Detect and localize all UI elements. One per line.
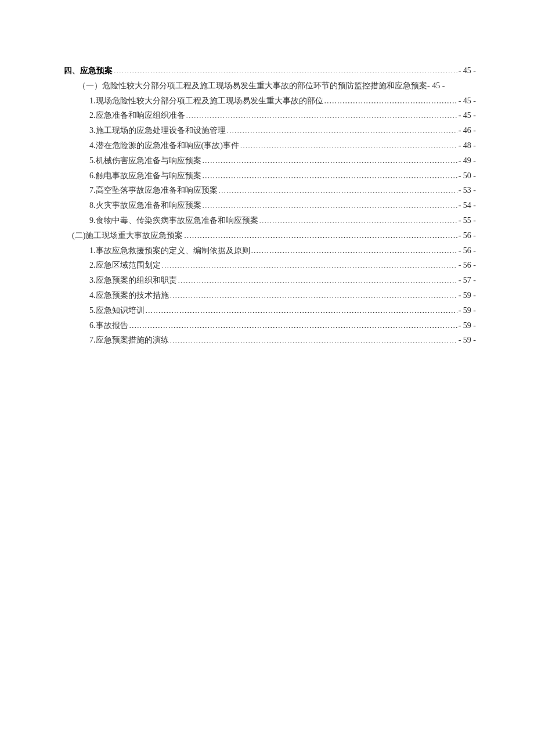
toc-leader-dots [184, 229, 457, 237]
toc-entry: 7.应急预案措施的演练- 59 - [89, 333, 476, 347]
toc-leader-dots [324, 94, 457, 103]
toc-entry-title: 3.应急预案的组织和职责 [89, 273, 177, 287]
toc-leader-dots [170, 289, 457, 298]
toc-entry-page: - 59 - [459, 289, 476, 303]
toc-entry-page: - 48 - [459, 139, 476, 153]
toc-entry-title: 5.机械伤害应急准备与响应预案 [89, 154, 201, 168]
toc-entry-title: 四、应急预案 [64, 64, 113, 78]
toc-leader-dots [240, 139, 457, 148]
toc-entry-title: 2.应急准备和响应组织准备 [89, 109, 185, 123]
toc-entry-page: - 56 - [459, 229, 476, 243]
toc-entry: （一）危险性较大分部分项工程及施工现场易发生重大事故的部位环节的预防监控措施和应… [78, 79, 476, 93]
toc-entry-page: - 45 - [427, 79, 445, 93]
toc-entry-title: 9.食物中毒、传染疾病事故应急准备和响应预案 [89, 214, 258, 228]
toc-entry: 1.现场危险性较大分部分项工程及施工现场易发生重大事故的部位- 45 - [89, 94, 476, 108]
toc-leader-dots [227, 124, 457, 133]
toc-leader-dots [114, 64, 457, 73]
toc-entry-title: 2.应急区域范围划定 [89, 258, 161, 272]
toc-leader-dots [162, 259, 457, 268]
toc-entry-title: 7.应急预案措施的演练 [89, 333, 169, 347]
toc-entry-title: 4.潜在危险源的应急准备和响应(事故)事件 [89, 139, 239, 153]
document-page: 四、应急预案- 45 -（一）危险性较大分部分项工程及施工现场易发生重大事故的部… [0, 0, 534, 347]
toc-entry: 7.高空坠落事故应急准备和响应预案- 53 - [89, 183, 476, 197]
toc-entry: 2.应急区域范围划定- 56 - [89, 258, 476, 272]
toc-leader-dots [186, 109, 457, 118]
toc-entry-page: - 59 - [459, 333, 476, 347]
toc-entry-page: - 50 - [459, 169, 476, 183]
toc-entry-title: （一）危险性较大分部分项工程及施工现场易发生重大事故的部位环节的预防监控措施和应… [78, 79, 427, 93]
toc-leader-dots [203, 154, 457, 163]
toc-leader-dots [129, 319, 457, 327]
table-of-contents: 四、应急预案- 45 -（一）危险性较大分部分项工程及施工现场易发生重大事故的部… [64, 64, 476, 347]
toc-entry-page: - 57 - [459, 273, 476, 287]
toc-entry: 3.施工现场的应急处理设备和设施管理- 46 - [89, 124, 476, 138]
toc-entry-page: - 56 - [459, 244, 476, 258]
toc-entry: 3.应急预案的组织和职责- 57 - [89, 273, 476, 287]
toc-entry: 6.事故报告- 59 - [89, 319, 476, 333]
toc-entry-title: 8.火灾事故应急准备和响应预案 [89, 199, 201, 213]
toc-entry-page: - 55 - [459, 214, 476, 228]
toc-entry-page: - 54 - [459, 199, 476, 213]
toc-leader-dots [203, 199, 457, 208]
toc-entry-title: 7.高空坠落事故应急准备和响应预案 [89, 183, 218, 197]
toc-entry: (二)施工现场重大事故应急预案- 56 - [72, 229, 476, 243]
toc-leader-dots [170, 334, 457, 343]
toc-entry-page: - 45 - [459, 64, 476, 78]
toc-leader-dots [178, 274, 457, 283]
toc-entry-title: 4.应急预案的技术措施 [89, 289, 169, 303]
toc-leader-dots [219, 184, 457, 193]
toc-entry-page: - 59 - [459, 319, 476, 333]
toc-entry-title: (二)施工现场重大事故应急预案 [72, 229, 183, 243]
toc-entry: 四、应急预案- 45 - [64, 64, 476, 78]
toc-leader-dots [259, 214, 457, 223]
toc-entry-title: 5.应急知识培训 [89, 304, 145, 318]
toc-leader-dots [203, 169, 457, 178]
toc-entry-title: 1.事故应急救援预案的定义、编制依据及原则 [89, 244, 250, 258]
toc-entry-title: 6.事故报告 [89, 319, 128, 333]
toc-entry-page: - 46 - [459, 124, 476, 138]
toc-entry: 4.应急预案的技术措施- 59 - [89, 289, 476, 303]
toc-entry-page: - 49 - [459, 154, 476, 168]
toc-leader-dots [251, 244, 457, 253]
toc-leader-dots [146, 304, 457, 312]
toc-entry: 5.应急知识培训- 59 - [89, 304, 476, 318]
toc-entry-page: - 45 - [459, 109, 476, 123]
toc-entry: 2.应急准备和响应组织准备- 45 - [89, 109, 476, 123]
toc-entry: 6.触电事故应急准备与响应预案- 50 - [89, 169, 476, 183]
toc-entry: 4.潜在危险源的应急准备和响应(事故)事件- 48 - [89, 139, 476, 153]
toc-entry-page: - 56 - [459, 258, 476, 272]
toc-entry-page: - 45 - [459, 94, 476, 108]
toc-entry-page: - 53 - [459, 183, 476, 197]
toc-entry: 9.食物中毒、传染疾病事故应急准备和响应预案- 55 - [89, 214, 476, 228]
toc-entry-page: - 59 - [459, 304, 476, 318]
toc-entry: 5.机械伤害应急准备与响应预案- 49 - [89, 154, 476, 168]
toc-entry: 8.火灾事故应急准备和响应预案- 54 - [89, 199, 476, 213]
toc-entry: 1.事故应急救援预案的定义、编制依据及原则- 56 - [89, 244, 476, 258]
toc-entry-title: 6.触电事故应急准备与响应预案 [89, 169, 201, 183]
toc-entry-title: 1.现场危险性较大分部分项工程及施工现场易发生重大事故的部位 [89, 94, 323, 108]
toc-entry-title: 3.施工现场的应急处理设备和设施管理 [89, 124, 226, 138]
